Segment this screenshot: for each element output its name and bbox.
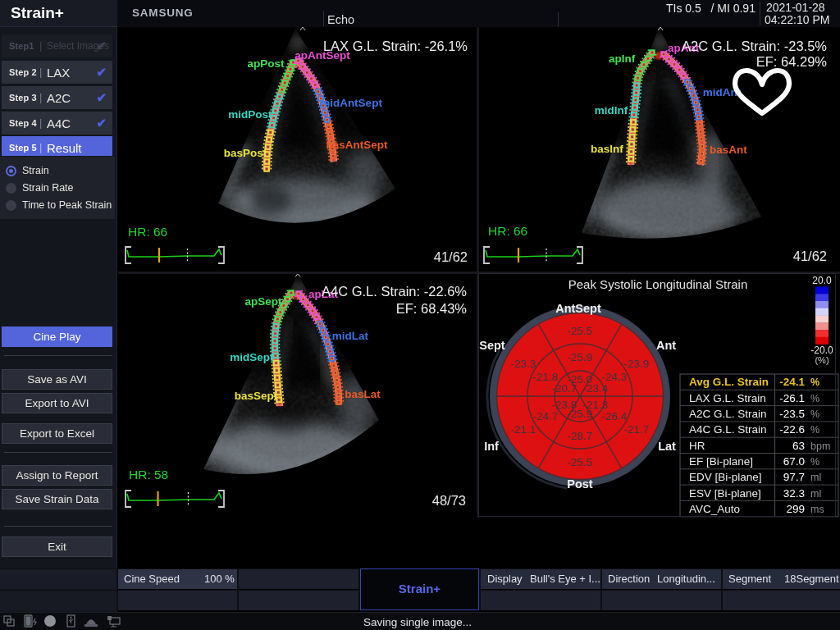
svg-text:LAX G.L. Strain: -26.1%: LAX G.L. Strain: -26.1% bbox=[323, 39, 468, 53]
svg-text:EF: 68.43%: EF: 68.43% bbox=[396, 301, 468, 316]
svg-text:41/62: 41/62 bbox=[434, 249, 468, 264]
svg-text:HR: 66: HR: 66 bbox=[128, 225, 167, 239]
svg-text:basInf: basInf bbox=[591, 143, 623, 155]
svg-text:midInf: midInf bbox=[595, 104, 628, 116]
svg-text:HR: 58: HR: 58 bbox=[129, 468, 168, 482]
svg-text:HR: 66: HR: 66 bbox=[488, 224, 527, 238]
svg-text:basPost: basPost bbox=[224, 147, 267, 159]
svg-text:EF: 64.29%: EF: 64.29% bbox=[756, 54, 828, 69]
svg-text:midAntSept: midAntSept bbox=[320, 97, 382, 109]
svg-text:41/62: 41/62 bbox=[793, 249, 827, 263]
svg-text:A2C G.L. Strain: -23.5%: A2C G.L. Strain: -23.5% bbox=[682, 39, 827, 53]
svg-text:midSept: midSept bbox=[230, 351, 274, 363]
svg-text:midLat: midLat bbox=[332, 330, 369, 342]
svg-text:48/73: 48/73 bbox=[432, 493, 466, 508]
svg-text:apSept: apSept bbox=[244, 295, 282, 308]
svg-text:basLat: basLat bbox=[345, 388, 381, 400]
svg-text:basAnt: basAnt bbox=[710, 144, 747, 156]
svg-text:apPost: apPost bbox=[247, 57, 285, 70]
svg-text:A4C G.L. Strain: -22.6%: A4C G.L. Strain: -22.6% bbox=[322, 284, 467, 299]
svg-text:basSept: basSept bbox=[235, 390, 278, 402]
svg-text:basAntSept: basAntSept bbox=[326, 139, 388, 151]
svg-text:midPost: midPost bbox=[228, 108, 272, 121]
svg-text:apInf: apInf bbox=[609, 52, 636, 65]
